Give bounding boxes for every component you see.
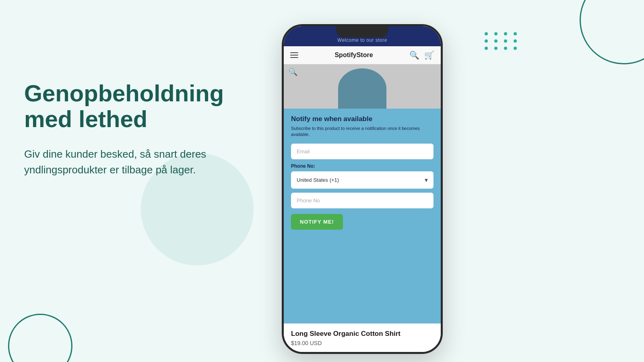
notify-section: Notify me when available Subscribe to th… [284,109,441,323]
notify-description: Subscribe to this product to receive a n… [291,125,433,138]
product-image [338,68,386,109]
phone-mockup: Welcome to our store SpotifyStore 🔍 🛒 🔍 [282,24,443,354]
hamburger-icon[interactable] [290,52,298,58]
headline-line2: med lethed [24,106,147,132]
chevron-down-icon: ▾ [425,176,428,184]
cart-icon[interactable]: 🛒 [424,50,434,60]
country-value: United States (+1) [297,177,339,183]
store-navbar: SpotifyStore 🔍 🛒 [284,46,441,64]
notify-title: Notify me when available [291,115,433,123]
decorative-circle-top-right [580,0,644,64]
store-logo: SpotifyStore [334,51,373,59]
product-name: Long Sleeve Organic Cotton Shirt [291,329,433,338]
phone-number-field[interactable]: Phone No [291,193,433,208]
nav-icons-group: 🔍 🛒 [409,50,434,60]
headline-line1: Genopbeholdning [24,80,224,106]
product-price: $19.00 USD [291,340,433,346]
decorative-dot-grid [485,32,519,50]
product-info-section: Long Sleeve Organic Cotton Shirt $19.00 … [284,323,441,352]
decorative-circle-bottom-left [8,314,72,362]
main-headline: Genopbeholdning med lethed [24,80,282,132]
banner-text: Welcome to our store [337,37,387,43]
phone-placeholder: Phone No [297,197,320,204]
email-placeholder: Email [297,148,310,154]
phone-frame: Welcome to our store SpotifyStore 🔍 🛒 🔍 [282,24,443,354]
zoom-icon[interactable]: 🔍 [289,68,297,76]
left-content-section: Genopbeholdning med lethed Giv dine kund… [24,80,282,178]
phone-number-label: Phone No: [291,163,433,169]
email-field[interactable]: Email [291,144,433,159]
product-image-area: 🔍 [284,64,441,109]
phone-notch [336,26,388,37]
notify-me-button[interactable]: NOTIFY ME! [291,214,343,230]
search-icon[interactable]: 🔍 [409,50,419,60]
main-subtext: Giv dine kunder besked, så snart deres y… [24,146,282,178]
phone-content: Welcome to our store SpotifyStore 🔍 🛒 🔍 [284,26,441,352]
country-select[interactable]: United States (+1) ▾ [291,171,433,189]
